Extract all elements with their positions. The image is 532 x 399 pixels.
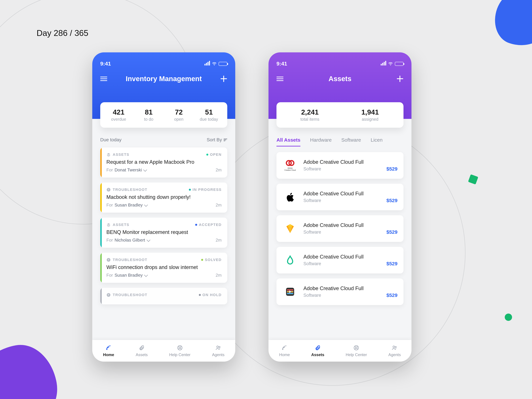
- phone-header: 9:41 Inventory Management 421 overdue: [92, 52, 235, 119]
- tab-all-assets[interactable]: All Assets: [277, 137, 300, 146]
- ticket-card[interactable]: ? TROUBLESHOOT ON HOLD: [100, 288, 227, 304]
- sort-button[interactable]: Sort By: [207, 137, 227, 142]
- phone-inventory: 9:41 Inventory Management 421 overdue: [92, 52, 235, 361]
- phone-body: All Assets Hardware Software Licen Adobe…: [268, 119, 412, 361]
- svg-text:Creative Cloud: Creative Cloud: [285, 169, 296, 171]
- stat-value: 51: [194, 108, 224, 116]
- ticket-accent-bar: [100, 183, 102, 213]
- tab-agents[interactable]: Agents: [212, 344, 224, 357]
- page-title: Day 286 / 365: [37, 28, 88, 38]
- status-bar: 9:41: [277, 61, 404, 67]
- avocado-icon: [282, 253, 298, 268]
- ticket-status-label: ACCEPTED: [199, 223, 222, 227]
- square-green-decoration: [468, 174, 478, 184]
- feed-icon: [105, 344, 112, 351]
- svg-rect-20: [287, 289, 293, 291]
- tab-label: Help Center: [169, 352, 190, 357]
- asset-title: Adobe Creative Cloud Full: [304, 254, 398, 260]
- stat-duetoday[interactable]: 51 due today: [194, 108, 224, 122]
- tab-home[interactable]: Home: [103, 344, 114, 357]
- for-label: For: [106, 273, 113, 278]
- ticket-title: WiFi connection drops and slow internet: [106, 264, 222, 270]
- stat-todo[interactable]: 81 to do: [134, 108, 164, 122]
- stat-overdue[interactable]: 421 overdue: [104, 108, 134, 122]
- for-label: For: [106, 203, 113, 208]
- ticket-card[interactable]: ? TROUBLESHOOT SOLVED WiFi connection dr…: [100, 253, 227, 283]
- dot-green-decoration: [505, 314, 512, 321]
- tab-help[interactable]: Help Center: [346, 344, 367, 357]
- stat-label: to do: [134, 117, 164, 122]
- svg-text:?: ?: [108, 293, 109, 296]
- assignee-name: Susan Bradley: [114, 273, 143, 278]
- tab-assets[interactable]: Assets: [136, 344, 148, 357]
- tab-agents[interactable]: Agents: [388, 344, 401, 357]
- tab-help[interactable]: Help Center: [169, 344, 190, 357]
- ticket-assignee[interactable]: For Susan Bradley: [106, 273, 147, 278]
- wifi-icon: [388, 62, 393, 66]
- ticket-category: ASSETS: [106, 223, 129, 227]
- tab-hardware[interactable]: Hardware: [310, 137, 332, 146]
- tab-software[interactable]: Software: [341, 137, 361, 146]
- asset-card[interactable]: Adobe Creative Cloud Full Software $529: [277, 215, 404, 242]
- stat-total[interactable]: 2,241 total items: [280, 108, 340, 122]
- tab-label: Help Center: [346, 352, 367, 357]
- asset-subtitle: Software: [304, 166, 321, 171]
- asset-tabs: All Assets Hardware Software Licen: [277, 137, 404, 146]
- ticket-category-label: TROUBLESHOOT: [113, 293, 147, 297]
- add-button[interactable]: [397, 75, 404, 82]
- asset-card[interactable]: AdobeCreative Cloud Adobe Creative Cloud…: [277, 152, 404, 179]
- tab-licenses[interactable]: Licen: [371, 137, 383, 146]
- ticket-assignee[interactable]: For Donat Twerski: [106, 167, 146, 173]
- help-icon: [353, 344, 360, 351]
- tab-label: Home: [103, 352, 114, 357]
- wifi-icon: [212, 62, 217, 66]
- tab-bar: Home Assets Help Center Agents: [92, 340, 235, 361]
- asset-card[interactable]: Adobe Creative Cloud Full Software $529: [277, 247, 404, 273]
- asset-card[interactable]: Adobe Creative Cloud Full Software $529: [277, 279, 404, 305]
- ticket-card[interactable]: ASSETS ACCEPTED BENQ Monitor replacement…: [100, 218, 227, 248]
- stat-label: due today: [194, 117, 224, 122]
- asset-subtitle: Software: [304, 198, 321, 203]
- ticket-time: 2m: [216, 238, 222, 243]
- clip-icon: [314, 344, 321, 351]
- ticket-category: ASSETS: [106, 152, 129, 157]
- menu-icon[interactable]: [100, 77, 107, 81]
- sort-icon: [224, 139, 227, 141]
- ticket-title: Macbook not shutting down properly!: [106, 194, 222, 200]
- svg-point-6: [106, 349, 108, 350]
- ticket-assignee[interactable]: For Nicholas Gilbert: [106, 238, 149, 243]
- svg-text:?: ?: [108, 258, 109, 261]
- asset-price: $529: [386, 198, 398, 203]
- agents-icon: [215, 344, 222, 351]
- ticket-card[interactable]: ? TROUBLESHOOT IN PROGRESS Macbook not s…: [100, 183, 227, 213]
- agents-icon: [391, 344, 398, 351]
- tab-label: Assets: [136, 352, 148, 357]
- chevron-down-icon: [144, 273, 148, 277]
- stat-open[interactable]: 72 open: [164, 108, 194, 122]
- layers-icon: [106, 223, 111, 227]
- menu-icon[interactable]: [277, 77, 284, 81]
- phone-header: 9:41 Assets 2,241 total items 1,941: [268, 52, 412, 119]
- ticket-status: ON HOLD: [199, 293, 222, 297]
- asset-title: Adobe Creative Cloud Full: [304, 285, 398, 291]
- ticket-card[interactable]: ASSETS OPEN Request for a new Apple Macb…: [100, 147, 227, 177]
- asset-card[interactable]: Adobe Creative Cloud Full Software $529: [277, 184, 404, 210]
- svg-point-9: [217, 346, 218, 348]
- question-icon: ?: [106, 258, 111, 262]
- ticket-accent-bar: [100, 253, 102, 283]
- nav-bar: Inventory Management: [100, 75, 227, 83]
- svg-rect-22: [287, 293, 293, 294]
- tab-assets[interactable]: Assets: [311, 344, 324, 357]
- tab-home[interactable]: Home: [279, 344, 290, 357]
- add-button[interactable]: [220, 75, 227, 82]
- ticket-assignee[interactable]: For Susan Bradley: [106, 203, 147, 208]
- svg-point-10: [219, 347, 220, 348]
- stat-value: 2,241: [280, 108, 340, 116]
- status-bar: 9:41: [100, 61, 227, 67]
- ticket-status: OPEN: [206, 152, 222, 157]
- asset-price: $529: [386, 292, 398, 298]
- ticket-title: Request for a new Apple Macbook Pro: [106, 159, 222, 165]
- stat-assigned[interactable]: 1,941 assigned: [340, 108, 400, 122]
- tab-label: Agents: [388, 352, 401, 357]
- ticket-category: ? TROUBLESHOOT: [106, 258, 147, 262]
